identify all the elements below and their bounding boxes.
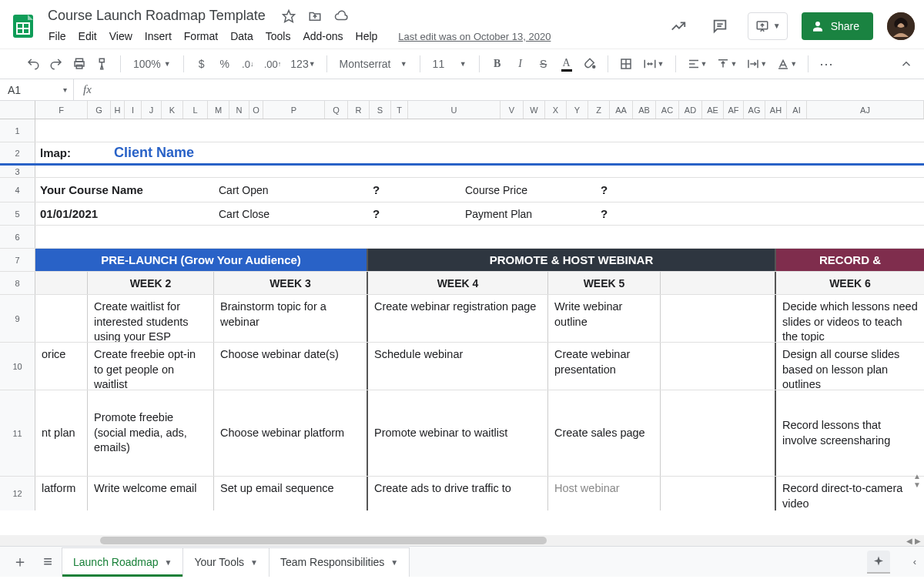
column-header[interactable]: O: [249, 101, 263, 119]
column-header[interactable]: V: [500, 101, 524, 119]
column-header[interactable]: F: [35, 101, 88, 119]
column-header[interactable]: Z: [588, 101, 610, 119]
row-header[interactable]: 1: [0, 119, 35, 142]
sheets-logo[interactable]: [9, 12, 37, 40]
menu-file[interactable]: File: [43, 27, 72, 45]
horizontal-scrollbar[interactable]: ◀ ▶: [0, 535, 924, 546]
column-header[interactable]: Y: [567, 101, 588, 119]
column-header[interactable]: AF: [724, 101, 744, 119]
menu-addons[interactable]: Add-ons: [297, 27, 348, 45]
sheet-tab-your-tools[interactable]: Your Tools▼: [182, 547, 270, 577]
italic-button[interactable]: I: [511, 53, 531, 75]
bold-button[interactable]: B: [487, 53, 507, 75]
activity-icon[interactable]: [665, 12, 692, 40]
merge-cells-button[interactable]: ▼: [639, 53, 668, 75]
column-header[interactable]: X: [545, 101, 567, 119]
column-header[interactable]: H: [111, 101, 125, 119]
column-header[interactable]: L: [183, 101, 208, 119]
formula-input[interactable]: [101, 84, 924, 96]
column-header[interactable]: AG: [744, 101, 765, 119]
column-header[interactable]: M: [208, 101, 229, 119]
column-header[interactable]: I: [125, 101, 142, 119]
menu-insert[interactable]: Insert: [139, 27, 177, 45]
text-wrap-button[interactable]: ▼: [743, 53, 770, 75]
vertical-align-button[interactable]: ▼: [713, 53, 740, 75]
name-box[interactable]: A1: [0, 79, 74, 100]
more-tools-button[interactable]: ⋯: [816, 53, 838, 75]
column-header[interactable]: Q: [325, 101, 348, 119]
text-rotation-button[interactable]: ▼: [773, 53, 800, 75]
column-header[interactable]: W: [524, 101, 545, 119]
column-header[interactable]: AJ: [807, 101, 924, 119]
select-all-corner[interactable]: [0, 101, 35, 119]
decrease-decimal[interactable]: .0↓: [238, 53, 258, 75]
present-dropdown[interactable]: ▼: [748, 12, 788, 40]
font-dropdown[interactable]: Montserrat▼: [335, 53, 412, 75]
explore-button[interactable]: [867, 551, 890, 574]
zoom-dropdown[interactable]: 100%▼: [129, 53, 176, 75]
column-header[interactable]: R: [348, 101, 370, 119]
sheet-tab-launch-roadmap[interactable]: Launch Roadmap▼: [62, 547, 183, 577]
text-color-button[interactable]: A: [557, 53, 577, 75]
column-header[interactable]: AH: [765, 101, 787, 119]
cloud-status-icon[interactable]: [333, 8, 349, 24]
row-header[interactable]: 2: [0, 142, 35, 163]
column-header[interactable]: AC: [656, 101, 679, 119]
horizontal-align-button[interactable]: ▼: [684, 53, 711, 75]
column-header[interactable]: U: [408, 101, 500, 119]
doc-title[interactable]: Course Launch Roadmap Template: [43, 6, 270, 25]
menu-help[interactable]: Help: [350, 27, 383, 45]
collapse-toolbar-icon[interactable]: [899, 57, 913, 71]
row-header[interactable]: 10: [0, 343, 35, 390]
scrollbar-thumb[interactable]: [100, 537, 547, 544]
redo-button[interactable]: [46, 53, 66, 75]
strikethrough-button[interactable]: S: [534, 53, 554, 75]
fill-color-button[interactable]: [580, 53, 600, 75]
print-button[interactable]: [69, 53, 89, 75]
spreadsheet-grid[interactable]: 1 2 lmap: Client Name 3 4 Your Course Na…: [0, 119, 924, 535]
column-header[interactable]: AD: [679, 101, 702, 119]
format-percent[interactable]: %: [215, 53, 235, 75]
sheet-tab-team-responsibilities[interactable]: Team Responsibilities▼: [269, 547, 410, 577]
undo-button[interactable]: [23, 53, 43, 75]
row-header[interactable]: 9: [0, 295, 35, 342]
menu-view[interactable]: View: [104, 27, 138, 45]
column-header[interactable]: G: [88, 101, 111, 119]
menu-data[interactable]: Data: [225, 27, 259, 45]
menu-format[interactable]: Format: [179, 27, 223, 45]
column-header[interactable]: T: [391, 101, 408, 119]
menu-tools[interactable]: Tools: [260, 27, 296, 45]
column-header[interactable]: K: [162, 101, 183, 119]
row-header[interactable]: 11: [0, 390, 35, 476]
row-header[interactable]: 12: [0, 477, 35, 510]
column-header[interactable]: J: [142, 101, 162, 119]
share-button[interactable]: Share: [802, 12, 873, 40]
add-sheet-button[interactable]: ＋: [6, 548, 34, 576]
row-header[interactable]: 7: [0, 249, 35, 271]
comments-icon[interactable]: [706, 12, 734, 40]
column-header[interactable]: AB: [633, 101, 656, 119]
star-icon[interactable]: [281, 8, 296, 24]
column-header[interactable]: AE: [702, 101, 724, 119]
last-edit-link[interactable]: Last edit was on October 13, 2020: [398, 31, 551, 42]
row-header[interactable]: 4: [0, 178, 35, 202]
collapse-side-panel-icon[interactable]: ‹: [913, 556, 916, 567]
format-currency[interactable]: $: [192, 53, 212, 75]
number-format-dropdown[interactable]: 123▼: [287, 53, 318, 75]
column-header[interactable]: P: [263, 101, 325, 119]
row-header[interactable]: 8: [0, 272, 35, 294]
font-size-dropdown[interactable]: 11▼: [428, 53, 471, 75]
column-header[interactable]: AA: [610, 101, 633, 119]
row-header[interactable]: 6: [0, 226, 35, 248]
column-header[interactable]: AI: [787, 101, 807, 119]
borders-button[interactable]: [616, 53, 636, 75]
account-avatar[interactable]: [887, 12, 915, 40]
column-header[interactable]: N: [229, 101, 249, 119]
row-header[interactable]: 3: [0, 166, 35, 177]
vertical-scroll-arrows[interactable]: ▲▼: [913, 472, 921, 489]
menu-edit[interactable]: Edit: [73, 27, 102, 45]
all-sheets-button[interactable]: ≡: [34, 548, 62, 576]
increase-decimal[interactable]: .00↑: [261, 53, 285, 75]
move-icon[interactable]: [307, 8, 323, 24]
column-header[interactable]: S: [370, 101, 391, 119]
